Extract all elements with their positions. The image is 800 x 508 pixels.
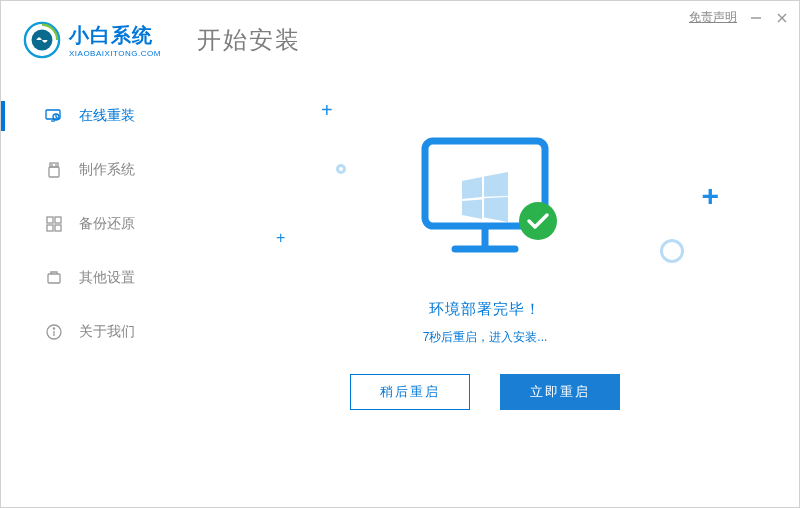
page-title: 开始安装 [197, 24, 301, 56]
svg-rect-16 [48, 274, 60, 283]
sidebar-item-create[interactable]: 制作系统 [1, 143, 171, 197]
close-button[interactable] [775, 11, 789, 25]
status-title: 环境部署完毕！ [429, 300, 541, 319]
brand-text: 小白系统 XIAOBAIXITONG.COM [69, 22, 161, 58]
decoration-plus-icon: + [276, 229, 285, 247]
brand-subtitle: XIAOBAIXITONG.COM [69, 49, 161, 58]
sidebar: 在线重装 制作系统 备份还原 其他设置 [1, 69, 171, 507]
brand-name: 小白系统 [69, 22, 161, 49]
logo-icon [23, 21, 61, 59]
sidebar-item-reinstall[interactable]: 在线重装 [1, 89, 171, 143]
sidebar-item-label: 关于我们 [79, 323, 135, 341]
svg-point-23 [519, 202, 557, 240]
decoration-circle-icon [336, 164, 346, 174]
app-window: 免责声明 小白系统 XIAOBAIXITONG.COM 开始安装 [0, 0, 800, 508]
main-panel: + + + [171, 69, 799, 507]
status-subtitle: 7秒后重启，进入安装... [423, 329, 548, 346]
restart-later-button[interactable]: 稍后重启 [350, 374, 470, 410]
titlebar: 免责声明 [689, 9, 789, 26]
reinstall-icon [45, 107, 63, 125]
decoration-circle-icon [660, 239, 684, 263]
decoration-plus-icon: + [701, 179, 719, 213]
svg-rect-9 [49, 167, 59, 177]
svg-rect-14 [47, 225, 53, 231]
svg-rect-13 [55, 217, 61, 223]
restart-now-button[interactable]: 立即重启 [500, 374, 620, 410]
settings-icon [45, 269, 63, 287]
logo: 小白系统 XIAOBAIXITONG.COM [23, 21, 161, 59]
sidebar-item-settings[interactable]: 其他设置 [1, 251, 171, 305]
svg-rect-15 [55, 225, 61, 231]
sidebar-item-label: 制作系统 [79, 161, 135, 179]
disclaimer-link[interactable]: 免责声明 [689, 9, 737, 26]
sidebar-item-about[interactable]: 关于我们 [1, 305, 171, 359]
status-illustration [400, 126, 570, 280]
info-icon [45, 323, 63, 341]
usb-icon [45, 161, 63, 179]
body: 在线重装 制作系统 备份还原 其他设置 [1, 69, 799, 507]
backup-icon [45, 215, 63, 233]
header: 小白系统 XIAOBAIXITONG.COM 开始安装 [1, 1, 799, 69]
action-buttons: 稍后重启 立即重启 [350, 374, 620, 410]
svg-point-19 [53, 328, 54, 329]
minimize-button[interactable] [749, 11, 763, 25]
sidebar-item-label: 在线重装 [79, 107, 135, 125]
sidebar-item-label: 其他设置 [79, 269, 135, 287]
svg-rect-12 [47, 217, 53, 223]
sidebar-item-label: 备份还原 [79, 215, 135, 233]
sidebar-item-backup[interactable]: 备份还原 [1, 197, 171, 251]
decoration-plus-icon: + [321, 99, 333, 122]
